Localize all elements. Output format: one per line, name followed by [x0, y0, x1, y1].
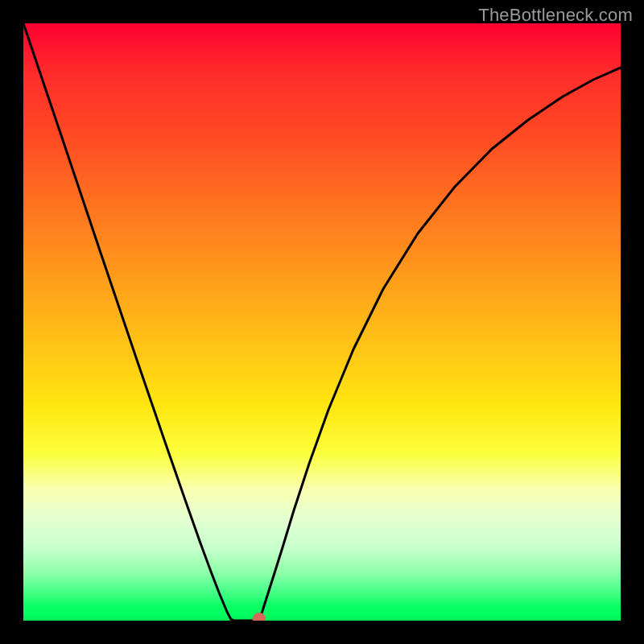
chart-frame: TheBottleneck.com: [0, 0, 644, 644]
chart-svg-layer: [23, 23, 621, 621]
bottleneck-curve: [23, 23, 621, 621]
watermark-text: TheBottleneck.com: [478, 5, 633, 26]
optimal-point-marker: [253, 613, 266, 621]
